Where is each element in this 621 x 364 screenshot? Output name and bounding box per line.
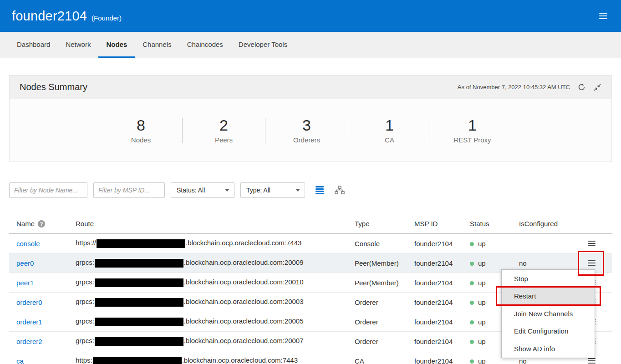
summary-timestamp: As of November 7, 2022 10:45:32 AM UTC [458, 84, 570, 91]
summary-title: Nodes Summary [20, 82, 87, 92]
status-text: up [478, 318, 486, 326]
node-msp-id-cell: founder2104 [414, 318, 470, 326]
help-icon[interactable]: ? [38, 220, 45, 228]
collapse-icon[interactable] [593, 83, 601, 91]
tab-channels[interactable]: Channels [135, 32, 179, 58]
node-link-orderer2[interactable]: orderer2 [16, 338, 42, 345]
route-prefix: grpcs: [76, 317, 94, 325]
status-text: up [478, 338, 486, 345]
route-suffix: .blockchain.ocp.oraclecloud.com:20003 [184, 298, 304, 305]
tab-nodes[interactable]: Nodes [98, 32, 135, 58]
tab-developer-tools[interactable]: Developer Tools [231, 32, 295, 58]
node-name-cell: peer0 [16, 259, 76, 267]
node-msp-id-cell: founder2104 [414, 298, 470, 306]
stat-value: 2 [183, 117, 265, 134]
node-route-cell: grpcs:.blockchain.ocp.oraclecloud.com:20… [76, 337, 355, 346]
stat-label: Peers [183, 136, 265, 144]
type-dropdown[interactable]: Type: All [240, 182, 305, 198]
node-link-orderer1[interactable]: orderer1 [16, 318, 42, 326]
status-text: up [478, 259, 486, 267]
node-msp-id-cell: founder2104 [414, 338, 470, 345]
menu-item-join-new-channels[interactable]: Join New Channels [502, 305, 595, 323]
stat-value: 8 [100, 117, 182, 134]
status-up-icon [470, 262, 474, 266]
stat-value: 3 [265, 117, 348, 134]
menu-item-edit-configuration[interactable]: Edit Configuration [502, 323, 595, 340]
node-type-cell: Orderer [355, 318, 414, 326]
node-name-cell: orderer0 [16, 298, 76, 306]
node-link-ca[interactable]: ca [16, 357, 24, 364]
column-header-name: Name? [16, 220, 76, 233]
redacted-host [95, 318, 183, 326]
status-text: up [478, 298, 486, 306]
menu-bar [599, 18, 607, 19]
filter-row: Status: All Type: All [9, 182, 612, 198]
node-type-cell: Orderer [355, 298, 414, 306]
node-link-console[interactable]: console [16, 240, 40, 248]
column-header-isconfigured: IsConfigured [519, 220, 583, 233]
row-actions-icon[interactable] [588, 260, 596, 266]
column-header-actions [583, 228, 612, 233]
tab-dashboard[interactable]: Dashboard [9, 32, 58, 58]
status-text: up [478, 240, 486, 248]
tab-network[interactable]: Network [58, 32, 98, 58]
route-prefix: https: [76, 356, 92, 364]
route-prefix: grpcs: [76, 258, 94, 266]
tab-bar: DashboardNetworkNodesChannelsChaincodesD… [0, 32, 621, 58]
node-name-cell: peer1 [16, 279, 76, 287]
table-header-row: Name?RouteTypeMSP IDStatusIsConfigured [9, 208, 612, 234]
filter-msp-id-input[interactable] [93, 182, 165, 198]
topology-view-icon[interactable] [335, 186, 345, 195]
node-route-cell: grpcs:.blockchain.ocp.oraclecloud.com:20… [76, 298, 355, 307]
node-name-cell: orderer1 [16, 318, 76, 326]
chevron-down-icon [295, 189, 300, 192]
actions-cell [583, 241, 612, 246]
stat-peers: 2Peers [183, 117, 265, 144]
list-view-icon[interactable] [316, 186, 324, 194]
column-header-route: Route [76, 220, 355, 233]
menu-item-stop[interactable]: Stop [502, 270, 595, 288]
stat-value: 1 [431, 117, 514, 134]
column-header-type: Type [355, 220, 414, 233]
node-type-cell: Peer(Member) [355, 279, 414, 287]
stat-ca: 1CA [348, 117, 431, 144]
column-header-msp-id: MSP ID [414, 220, 470, 233]
node-link-peer1[interactable]: peer1 [16, 279, 34, 287]
route-prefix: grpcs: [76, 298, 94, 305]
refresh-icon[interactable] [577, 83, 586, 91]
status-dropdown[interactable]: Status: All [171, 182, 234, 198]
node-type-cell: Peer(Member) [355, 259, 414, 267]
node-isconfigured-cell: no [519, 259, 583, 267]
node-msp-id-cell: founder2104 [414, 357, 470, 364]
menu-item-restart[interactable]: Restart [502, 288, 595, 305]
stat-value: 1 [348, 117, 431, 134]
filter-node-name-input[interactable] [9, 182, 87, 198]
header-menu-icon[interactable] [597, 11, 609, 21]
node-status-cell: up [470, 357, 519, 364]
tab-chaincodes[interactable]: Chaincodes [179, 32, 231, 58]
stat-nodes: 8Nodes [100, 117, 182, 144]
app-subtitle: (Founder) [92, 14, 122, 22]
row-actions-icon[interactable] [588, 241, 596, 246]
node-status-cell: up [470, 240, 519, 248]
redacted-host [95, 298, 183, 307]
route-suffix: .blockchain.ocp.oraclecloud.com:20007 [184, 337, 304, 344]
status-up-icon [470, 242, 474, 246]
node-link-orderer0[interactable]: orderer0 [16, 298, 42, 306]
row-actions-icon[interactable] [588, 358, 596, 364]
node-msp-id-cell: founder2104 [414, 279, 470, 287]
status-up-icon [470, 301, 474, 305]
stat-label: Orderers [265, 136, 348, 144]
row-actions-menu: StopRestartJoin New ChannelsEdit Configu… [501, 269, 595, 358]
menu-item-show-ad-info[interactable]: Show AD info [502, 340, 595, 358]
node-name-cell: ca [16, 357, 76, 364]
summary-header: Nodes Summary As of November 7, 2022 10:… [10, 76, 611, 99]
column-header-status: Status [470, 220, 519, 233]
node-link-peer0[interactable]: peer0 [16, 259, 34, 267]
node-route-cell: https:.blockchain.ocp.oraclecloud.com:74… [76, 356, 355, 364]
route-suffix: .blockchain.ocp.oraclecloud.com:7443 [186, 239, 301, 247]
route-prefix: https:// [76, 239, 96, 247]
node-isconfigured-cell: no [519, 357, 583, 364]
node-name-cell: orderer2 [16, 338, 76, 345]
stat-label: REST Proxy [431, 136, 514, 144]
